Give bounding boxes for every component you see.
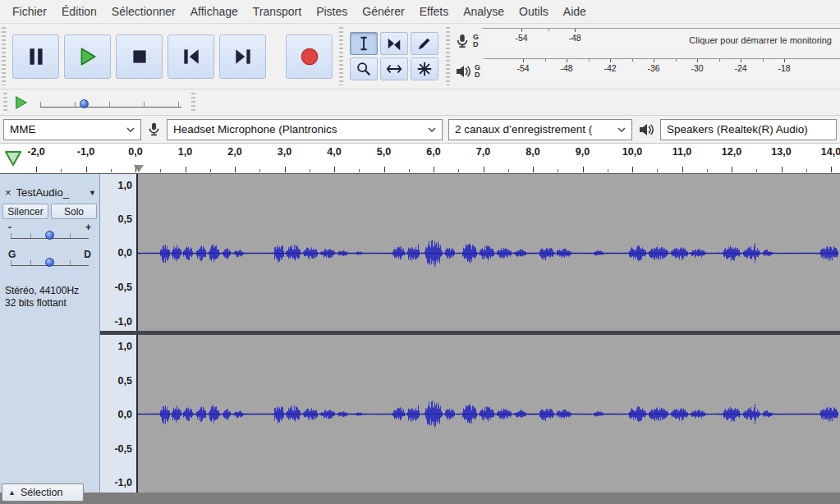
waveform-area-right[interactable] xyxy=(138,335,840,493)
stop-button[interactable] xyxy=(116,34,163,79)
menu-item-fichier[interactable]: Fichier xyxy=(5,1,54,22)
play-icon xyxy=(77,46,99,67)
skip-to-start-icon xyxy=(181,46,202,67)
play-at-speed-button[interactable] xyxy=(9,92,34,113)
selection-toolbar-button[interactable]: ▲ Sélection xyxy=(2,483,84,502)
menu-item-effets[interactable]: Effets xyxy=(412,1,457,22)
toolbar-gripper[interactable] xyxy=(339,27,343,85)
vertical-ruler[interactable]: 1,00,50,0-0,5-1,0 xyxy=(100,335,138,493)
meter-toolbars: G D Cliquer pour démarrer le monitoring … xyxy=(452,24,840,89)
timeline-label: 7,0 xyxy=(476,146,490,158)
toolbar-gripper[interactable] xyxy=(191,93,195,112)
pan-left-label: G xyxy=(8,249,16,260)
speaker-icon xyxy=(638,121,654,138)
menu-item-edition[interactable]: Édition xyxy=(54,1,104,22)
zoom-tool-button[interactable] xyxy=(350,57,378,80)
skip-to-end-button[interactable] xyxy=(219,34,266,79)
mute-button[interactable]: Silencer xyxy=(2,204,48,219)
menu-item-transport[interactable]: Transport xyxy=(246,1,309,22)
meter-tick-label: -48 xyxy=(560,63,572,73)
time-shift-tool-button[interactable] xyxy=(380,57,408,80)
timeline-label: 0,0 xyxy=(128,146,142,158)
menu-item-affichage[interactable]: Affichage xyxy=(183,1,246,22)
gain-slider[interactable]: - + xyxy=(8,222,91,246)
menu-item-pistes[interactable]: Pistes xyxy=(309,1,355,22)
toolbar-gripper[interactable] xyxy=(2,27,6,85)
menu-item-analyse[interactable]: Analyse xyxy=(456,1,512,22)
meter-tick-label: -24 xyxy=(734,63,746,73)
playback-meter[interactable]: G D -54-48-42-36-30-24-18 xyxy=(455,57,840,87)
selection-tool-button[interactable] xyxy=(350,32,378,55)
tools-toolbar xyxy=(350,32,439,81)
playback-speed-slider[interactable] xyxy=(40,102,181,108)
amplitude-label: -1,0 xyxy=(114,477,132,488)
pan-slider-thumb[interactable] xyxy=(45,258,54,267)
toolbar-gripper[interactable] xyxy=(446,27,450,85)
toolbar-gripper[interactable] xyxy=(3,93,7,112)
envelope-tool-button[interactable] xyxy=(380,32,408,55)
record-meter-scale[interactable]: Cliquer pour démarrer le monitoring -54-… xyxy=(482,28,840,54)
skip-to-start-button[interactable] xyxy=(168,34,214,79)
track-close-button[interactable]: × xyxy=(3,186,13,199)
timeline-label: 12,0 xyxy=(722,146,741,158)
audacity-window: FichierÉditionSélectionnerAffichageTrans… xyxy=(0,0,840,504)
multi-tool-button[interactable] xyxy=(411,57,438,80)
pan-slider-track[interactable] xyxy=(11,260,89,266)
track-menu-button[interactable]: ▼ xyxy=(89,189,96,197)
monitoring-message[interactable]: Cliquer pour démarrer le monitoring xyxy=(689,35,832,45)
chevron-down-icon xyxy=(428,127,436,132)
recording-channels-select[interactable]: 2 canaux d’enregistrement ( xyxy=(448,119,632,140)
pan-right-label: D xyxy=(84,249,91,260)
timeline-label: 5,0 xyxy=(377,146,391,158)
timeline-label: -2,0 xyxy=(27,146,45,158)
speaker-icon xyxy=(455,63,471,80)
timeline-ruler[interactable]: -2,0-1,00,01,02,03,04,05,06,07,08,09,010… xyxy=(0,143,840,174)
pause-button[interactable] xyxy=(12,34,59,79)
pan-slider[interactable]: G D xyxy=(8,249,91,273)
collapse-icon: ▲ xyxy=(8,488,16,497)
gain-slider-thumb[interactable] xyxy=(45,231,54,240)
gain-slider-track[interactable] xyxy=(11,233,89,239)
pinned-play-head-button[interactable] xyxy=(0,144,28,173)
record-button[interactable] xyxy=(286,34,333,79)
amplitude-label: -0,5 xyxy=(114,443,132,455)
gain-minus-label: - xyxy=(8,222,11,233)
waveform-area-left[interactable] xyxy=(138,174,840,331)
recording-meter[interactable]: G D Cliquer pour démarrer le monitoring … xyxy=(455,26,840,57)
vertical-ruler[interactable]: 1,00,50,0-0,5-1,0 xyxy=(100,174,138,331)
play-button[interactable] xyxy=(64,34,111,79)
amplitude-label: 1,0 xyxy=(118,341,132,352)
timeline-label: 3,0 xyxy=(278,146,291,158)
menu-item-outils[interactable]: Outils xyxy=(512,1,556,22)
zoom-tool-icon xyxy=(356,61,372,77)
waveform-channel-left[interactable] xyxy=(138,174,838,331)
toolbar-row-1: G D Cliquer pour démarrer le monitoring … xyxy=(0,23,840,89)
audio-host-select[interactable]: MME xyxy=(3,119,141,140)
playback-speed-slider-thumb[interactable] xyxy=(80,99,89,108)
track-name[interactable]: TestAudio_ xyxy=(16,186,85,199)
audio-host-value: MME xyxy=(10,123,36,135)
meter-tick-label: -42 xyxy=(604,63,616,73)
menu-item-generer[interactable]: Générer xyxy=(355,1,411,22)
menu-bar: FichierÉditionSélectionnerAffichageTrans… xyxy=(0,0,840,23)
timeline-label: 10,0 xyxy=(622,146,642,158)
solo-button[interactable]: Solo xyxy=(51,204,97,219)
menu-item-aide[interactable]: Aide xyxy=(556,1,594,22)
play-at-speed-icon xyxy=(13,94,30,111)
audio-track: × TestAudio_ ▼ Silencer Solo - + G xyxy=(0,174,840,493)
stop-icon xyxy=(129,46,150,67)
draw-tool-icon xyxy=(416,35,433,52)
meter-tick-label: -54 xyxy=(515,33,527,43)
playback-device-select[interactable]: Speakers (Realtek(R) Audio) xyxy=(660,119,837,140)
recording-device-select[interactable]: Headset Microphone (Plantronics xyxy=(167,119,443,140)
playback-meter-scale[interactable]: -54-48-42-36-30-24-18 xyxy=(484,58,840,85)
chevron-down-icon xyxy=(126,127,135,132)
amplitude-label: 0,5 xyxy=(118,213,132,225)
menu-item-selectionner[interactable]: Sélectionner xyxy=(104,1,183,22)
multi-tool-icon xyxy=(416,61,433,77)
time-shift-tool-icon xyxy=(386,61,402,77)
timeline-label: 1,0 xyxy=(178,146,192,158)
waveform-channel-right[interactable] xyxy=(138,335,838,493)
pinned-play-head-icon xyxy=(4,150,22,167)
draw-tool-button[interactable] xyxy=(411,32,438,55)
